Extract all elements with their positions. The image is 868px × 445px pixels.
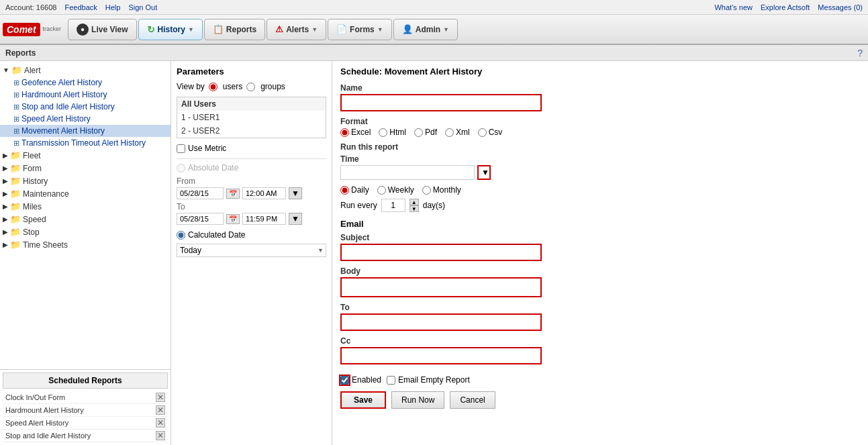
tree-folder-history[interactable]: ▶ 📁 History xyxy=(0,175,171,187)
format-xml-radio[interactable] xyxy=(445,128,454,137)
tree-folder-timesheets-header[interactable]: ▶ 📁 Time Sheets xyxy=(0,238,171,251)
reports-icon: 📋 xyxy=(213,24,224,34)
users-radio[interactable] xyxy=(209,83,218,91)
groups-radio-label[interactable]: groups xyxy=(246,82,285,91)
from-date-input[interactable] xyxy=(177,187,224,199)
cancel-button[interactable]: Cancel xyxy=(450,391,495,409)
feedback-link[interactable]: Feedback xyxy=(64,3,97,11)
format-excel-radio[interactable] xyxy=(340,128,349,137)
tree-item-geofence[interactable]: ⊞ Geofence Alert History xyxy=(0,77,171,89)
format-excel-label[interactable]: Excel xyxy=(340,128,371,137)
subject-input[interactable] xyxy=(340,244,542,261)
signout-link[interactable]: Sign Out xyxy=(128,3,157,11)
format-csv-radio[interactable] xyxy=(478,128,487,137)
scheduled-clockin-close[interactable]: ✕ xyxy=(156,393,165,402)
tree-item-transmission[interactable]: ⊞ Transmission Timeout Alert History xyxy=(0,137,171,149)
tree-item-stop-idle[interactable]: ⊞ Stop and Idle Alert History xyxy=(0,101,171,113)
to-input[interactable] xyxy=(340,313,542,331)
tree-folder-timesheets[interactable]: ▶ 📁 Time Sheets xyxy=(0,238,171,251)
scheduled-speed-close[interactable]: ✕ xyxy=(156,418,165,428)
tree-folder-fleet[interactable]: ▶ 📁 Fleet xyxy=(0,149,171,162)
spinner-down[interactable]: ▼ xyxy=(409,205,419,212)
calculated-date-select[interactable]: Today Yesterday Last 7 Days This Month xyxy=(177,244,326,257)
format-pdf-label[interactable]: Pdf xyxy=(414,128,437,137)
explore-actsoft-link[interactable]: Explore Actsoft xyxy=(761,3,810,11)
absolute-date-radio[interactable] xyxy=(177,164,185,172)
tree-folder-alert[interactable]: ▼ 📁 Alert ⊞ Geofence Alert History ⊞ Har… xyxy=(0,64,171,149)
from-cal-button[interactable]: 📅 xyxy=(226,189,240,199)
tree-folder-fleet-header[interactable]: ▶ 📁 Fleet xyxy=(0,149,171,162)
whats-new-link[interactable]: What's new xyxy=(714,3,753,11)
scheduled-stopidle-close[interactable]: ✕ xyxy=(156,431,165,440)
enabled-label[interactable]: Enabled xyxy=(340,375,381,385)
to-time-input[interactable] xyxy=(242,213,286,225)
spinner-up[interactable]: ▲ xyxy=(409,199,419,205)
calculated-date-radio[interactable] xyxy=(177,231,185,240)
freq-monthly-radio[interactable] xyxy=(422,186,431,195)
format-pdf-text: Pdf xyxy=(425,128,437,137)
help-icon[interactable]: ? xyxy=(857,48,863,58)
tree-item-speed[interactable]: ⊞ Speed Alert History xyxy=(0,113,171,125)
format-xml-label[interactable]: Xml xyxy=(445,128,470,137)
to-label: To xyxy=(340,303,860,312)
nav-admin[interactable]: 👤 Admin ▼ xyxy=(393,19,458,40)
tree-folder-stop[interactable]: ▶ 📁 Stop xyxy=(0,226,171,238)
scheduled-hardmount-close[interactable]: ✕ xyxy=(156,405,165,415)
freq-monthly-label[interactable]: Monthly xyxy=(422,185,461,195)
email-empty-checkbox[interactable] xyxy=(387,376,395,385)
users-list-user2[interactable]: 2 - USER2 xyxy=(177,124,326,138)
to-cal-button[interactable]: 📅 xyxy=(226,214,240,224)
format-xml-text: Xml xyxy=(456,128,470,137)
tree-folder-stop-header[interactable]: ▶ 📁 Stop xyxy=(0,226,171,238)
use-metric-checkbox[interactable] xyxy=(177,144,185,153)
tree-folder-history-header[interactable]: ▶ 📁 History xyxy=(0,175,171,187)
run-now-button[interactable]: Run Now xyxy=(391,391,444,409)
save-button[interactable]: Save xyxy=(340,391,386,409)
format-csv-label[interactable]: Csv xyxy=(478,128,503,137)
nav-live-view[interactable]: ● Live View xyxy=(68,19,136,40)
nav-forms[interactable]: 📄 Forms ▼ xyxy=(328,19,392,40)
users-radio-label[interactable]: users xyxy=(209,82,242,91)
tree-folder-form[interactable]: ▶ 📁 Form xyxy=(0,162,171,175)
help-link[interactable]: Help xyxy=(105,3,121,11)
email-empty-label[interactable]: Email Empty Report xyxy=(387,375,470,385)
body-input[interactable] xyxy=(340,277,542,297)
nav-history[interactable]: ↻ History ▼ xyxy=(138,19,203,40)
page-body: ▼ 📁 Alert ⊞ Geofence Alert History ⊞ Har… xyxy=(0,61,868,445)
time-field[interactable] xyxy=(340,165,475,180)
tree-item-movement[interactable]: ⊞ Movement Alert History xyxy=(0,125,171,137)
tree-folder-miles-header[interactable]: ▶ 📁 Miles xyxy=(0,200,171,213)
tree-folder-alert-header[interactable]: ▼ 📁 Alert xyxy=(0,64,171,77)
nav-reports[interactable]: 📋 Reports xyxy=(204,19,265,40)
format-pdf-radio[interactable] xyxy=(414,128,423,137)
tree-folder-miles[interactable]: ▶ 📁 Miles xyxy=(0,200,171,213)
groups-radio[interactable] xyxy=(246,83,255,91)
to-time-arrow[interactable]: ▼ xyxy=(289,213,302,225)
time-dropdown-button[interactable]: ▼ xyxy=(477,165,491,180)
freq-daily-label[interactable]: Daily xyxy=(340,185,369,195)
users-list-user1[interactable]: 1 - USER1 xyxy=(177,111,326,124)
tree-item-hardmount[interactable]: ⊞ Hardmount Alert History xyxy=(0,89,171,101)
cc-input[interactable] xyxy=(340,347,542,364)
format-html-label[interactable]: Html xyxy=(379,128,406,137)
absolute-date-section: Absolute Date From 📅 ▼ To 📅 ▼ xyxy=(177,163,326,225)
to-date-input[interactable] xyxy=(177,213,224,225)
enabled-checkbox[interactable] xyxy=(340,376,349,385)
from-time-input[interactable] xyxy=(242,187,286,199)
tree-folder-speed-header[interactable]: ▶ 📁 Speed xyxy=(0,213,171,226)
run-every-input[interactable] xyxy=(381,199,405,212)
tree-folder-maintenance[interactable]: ▶ 📁 Maintenance xyxy=(0,187,171,200)
name-input[interactable] xyxy=(340,94,542,111)
messages-link[interactable]: Messages (0) xyxy=(818,3,863,11)
from-time-arrow[interactable]: ▼ xyxy=(289,187,302,199)
freq-weekly-label[interactable]: Weekly xyxy=(377,185,414,195)
format-html-radio[interactable] xyxy=(379,128,387,137)
freq-weekly-radio[interactable] xyxy=(377,186,386,195)
tree-folder-maintenance-header[interactable]: ▶ 📁 Maintenance xyxy=(0,187,171,200)
item-icon-geofence: ⊞ xyxy=(13,79,19,87)
users-list-all[interactable]: All Users xyxy=(177,97,326,111)
nav-alerts[interactable]: ⚠ Alerts ▼ xyxy=(267,19,326,40)
tree-folder-speed[interactable]: ▶ 📁 Speed xyxy=(0,213,171,226)
tree-folder-form-header[interactable]: ▶ 📁 Form xyxy=(0,162,171,175)
freq-daily-radio[interactable] xyxy=(340,186,349,195)
